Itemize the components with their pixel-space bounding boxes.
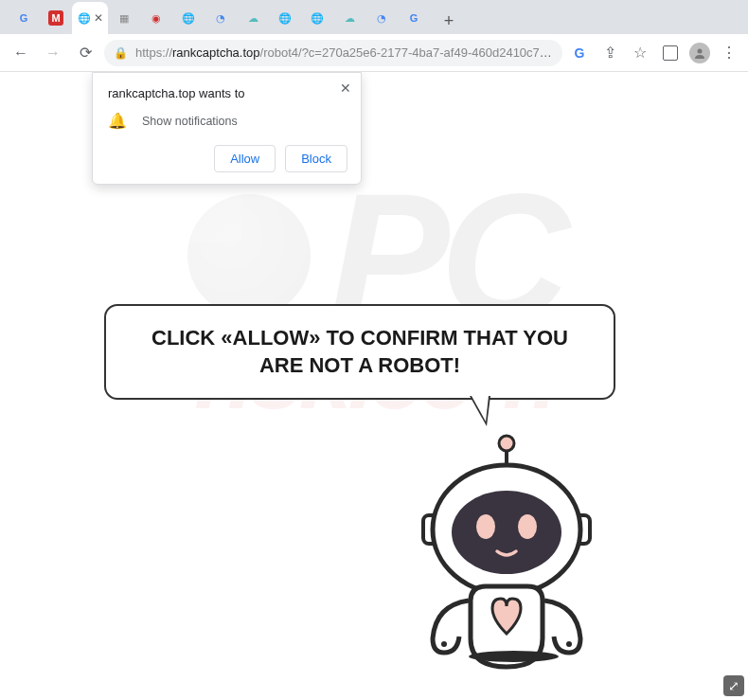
tab-2-active[interactable]: 🌐 ✕ [72, 2, 108, 34]
notification-permission-prompt: ✕ rankcaptcha.top wants to 🔔 Show notifi… [92, 72, 362, 185]
browser-window: — ▢ ✕ G M 🌐 ✕ ▦ ◉ 🌐 ◔ ☁ 🌐 🌐 ☁ ◔ G + ← → … [0, 0, 748, 700]
tab-9[interactable]: 🌐 [301, 2, 333, 34]
extensions-icon[interactable] [659, 42, 682, 64]
profile-avatar[interactable] [689, 43, 710, 63]
tab-12[interactable]: G [398, 2, 430, 34]
tab-0[interactable]: G [8, 2, 40, 34]
svg-point-9 [441, 641, 447, 647]
svg-point-6 [452, 491, 561, 574]
favicon-globe-icon: 🌐 [77, 10, 92, 26]
bubble-text: CLICK «ALLOW» TO CONFIRM THAT YOU ARE NO… [133, 325, 587, 379]
svg-point-10 [566, 641, 572, 647]
svg-point-8 [518, 514, 537, 539]
tab-8[interactable]: 🌐 [269, 2, 301, 34]
share-icon[interactable]: ⇪ [598, 42, 621, 64]
favicon-globe-icon: 🌐 [277, 10, 293, 26]
svg-point-0 [698, 48, 703, 53]
favicon-loading-icon: ◔ [374, 10, 389, 26]
tab-1[interactable]: M [40, 2, 72, 34]
allow-button[interactable]: Allow [214, 145, 276, 172]
tab-5[interactable]: 🌐 [172, 2, 205, 34]
tab-close-icon[interactable]: ✕ [94, 11, 103, 25]
browser-toolbar: ← → ⟳ 🔒 https://rankcaptcha.top/robot4/?… [0, 34, 748, 72]
speech-bubble: CLICK «ALLOW» TO CONFIRM THAT YOU ARE NO… [104, 304, 615, 400]
tab-7[interactable]: ☁ [237, 2, 269, 34]
tab-3[interactable]: ▦ [108, 2, 140, 34]
tab-6[interactable]: ◔ [205, 2, 237, 34]
tab-10[interactable]: ☁ [333, 2, 365, 34]
new-tab-button[interactable]: + [436, 8, 462, 34]
robot-shadow [469, 651, 559, 662]
block-button[interactable]: Block [285, 145, 347, 172]
favicon-target-icon: ◉ [149, 10, 164, 26]
notification-site-text: rankcaptcha.top wants to [108, 86, 347, 100]
bookmark-star-icon[interactable]: ☆ [629, 42, 651, 64]
forward-button[interactable]: → [40, 40, 66, 66]
favicon-cloud-icon: ☁ [342, 10, 357, 26]
tab-11[interactable]: ◔ [365, 2, 398, 34]
favicon-google-icon: G [16, 10, 31, 26]
favicon-cloud-icon: ☁ [245, 10, 260, 26]
favicon-grid-icon: ▦ [116, 10, 132, 26]
address-bar[interactable]: 🔒 https://rankcaptcha.top/robot4/?c=270a… [104, 40, 562, 66]
notification-close-icon[interactable]: ✕ [340, 81, 351, 96]
expand-icon[interactable]: ⤢ [723, 675, 744, 696]
favicon-loading-icon: ◔ [213, 10, 228, 26]
back-button[interactable]: ← [8, 40, 34, 66]
kebab-menu-icon[interactable]: ⋮ [718, 42, 740, 64]
tab-bar: G M 🌐 ✕ ▦ ◉ 🌐 ◔ ☁ 🌐 🌐 ☁ ◔ G + [0, 0, 748, 34]
bell-icon: 🔔 [108, 112, 127, 130]
svg-point-2 [499, 436, 514, 451]
url-text: https://rankcaptcha.top/robot4/?c=270a25… [135, 45, 553, 60]
google-search-icon[interactable]: G [568, 42, 591, 64]
page-content: PC risk.com ✕ rankcaptcha.top wants to 🔔… [0, 72, 748, 700]
favicon-globe-icon: 🌐 [181, 10, 196, 26]
favicon-m-icon: M [48, 10, 63, 26]
favicon-google-icon: G [406, 10, 421, 26]
reload-button[interactable]: ⟳ [72, 40, 98, 66]
lock-icon: 🔒 [114, 46, 128, 60]
svg-point-7 [476, 514, 495, 539]
tab-4[interactable]: ◉ [140, 2, 172, 34]
favicon-globe-icon: 🌐 [310, 10, 325, 26]
notification-permission-text: Show notifications [142, 115, 238, 128]
